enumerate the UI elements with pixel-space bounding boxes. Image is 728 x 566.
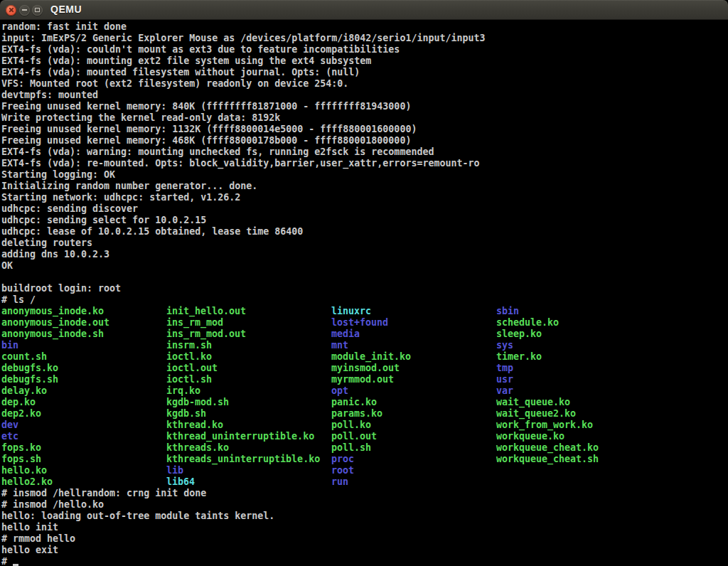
- console-line: deleting routers: [1, 237, 728, 249]
- ls-output-row: count.shioctl.komodule_init.kotimer.ko: [1, 351, 728, 363]
- file-entry: kthread_uninterruptible.ko: [166, 431, 314, 442]
- file-entry: kthread.ko: [166, 420, 223, 431]
- ls-output-row: anonymous_inode.shins_rm_mod.outmediasle…: [1, 329, 728, 340]
- console-line: OK: [1, 260, 728, 272]
- file-entry: irq.ko: [166, 385, 200, 397]
- minimize-button[interactable]: [19, 5, 30, 16]
- file-entry: params.ko: [331, 408, 382, 420]
- ls-output-row: debugfs.shioctl.shmyrmmod.outusr: [1, 374, 728, 385]
- console-line: EXT4-fs (vda): warning: mounting uncheck…: [1, 146, 728, 158]
- file-entry: sleep.ko: [496, 329, 542, 340]
- file-entry: ioctl.sh: [166, 374, 212, 385]
- file-entry: ins_rm_mod.out: [166, 329, 246, 340]
- ls-output-row: etckthread_uninterruptible.kopoll.outwor…: [1, 431, 728, 442]
- file-entry: hello2.ko: [1, 476, 53, 488]
- console-line: adding dns 10.0.2.3: [1, 249, 728, 260]
- console-line: hello init: [1, 522, 728, 533]
- titlebar[interactable]: QEMU: [0, 0, 728, 20]
- directory-entry: opt: [331, 385, 348, 397]
- file-entry: myinsmod.out: [331, 363, 400, 374]
- ls-output-row: debugfs.koioctl.outmyinsmod.outtmp: [1, 363, 728, 374]
- console-line: Freeing unused kernel memory: 840K (ffff…: [1, 101, 728, 112]
- terminal[interactable]: random: fast init doneinput: ImExPS/2 Ge…: [0, 20, 728, 566]
- maximize-button[interactable]: [32, 5, 43, 16]
- file-entry: fops.sh: [1, 454, 41, 465]
- directory-entry: etc: [1, 431, 18, 442]
- file-entry: panic.ko: [331, 397, 377, 408]
- ls-output-row: anonymous_inode.outins_rm_modlost+founds…: [1, 317, 728, 329]
- directory-entry: lost+found: [331, 317, 388, 329]
- file-entry: workqueue_cheat.ko: [496, 442, 599, 454]
- console-line: hello: loading out-of-tree module taints…: [1, 511, 728, 522]
- file-entry: kgdb.sh: [166, 408, 206, 420]
- directory-entry: usr: [496, 374, 513, 385]
- file-entry: myrmmod.out: [331, 374, 394, 385]
- prompt-line: #: [1, 556, 728, 566]
- file-entry: timer.ko: [496, 351, 542, 363]
- file-entry: workqueue_cheat.sh: [496, 454, 599, 465]
- console-line: hello exit: [1, 545, 728, 556]
- console-line: [1, 272, 728, 283]
- ls-output-row: dep2.kokgdb.shparams.kowait_queue2.ko: [1, 408, 728, 420]
- maximize-icon: [35, 8, 40, 12]
- file-entry: ins_rm_mod: [166, 317, 223, 329]
- directory-entry: bin: [1, 340, 18, 351]
- console-line: Freeing unused kernel memory: 468K (ffff…: [1, 135, 728, 146]
- console-line: Write protecting the kernel read-only da…: [1, 112, 728, 124]
- ls-output-row: hello2.kolib64run: [1, 476, 728, 488]
- file-entry: work_from_work.ko: [496, 420, 593, 431]
- console-line: EXT4-fs (vda): couldn't mount as ext3 du…: [1, 44, 728, 55]
- directory-entry: proc: [331, 454, 354, 465]
- ls-output-row: fops.kokthreads.kopoll.shworkqueue_cheat…: [1, 442, 728, 454]
- ls-output-row: devkthread.kopoll.kowork_from_work.ko: [1, 420, 728, 431]
- directory-entry: run: [331, 476, 348, 488]
- file-entry: anonymous_inode.sh: [1, 329, 104, 340]
- window-title: QEMU: [50, 4, 82, 15]
- console-line: udhcpc: lease of 10.0.2.15 obtained, lea…: [1, 226, 728, 237]
- ls-output-row: delay.koirq.kooptvar: [1, 385, 728, 397]
- console-line: EXT4-fs (vda): mounted filesystem withou…: [1, 67, 728, 78]
- directory-entry: lib: [166, 465, 183, 476]
- file-entry: schedule.ko: [496, 317, 559, 329]
- file-entry: insrm.sh: [166, 340, 212, 351]
- ls-output-row: fops.shkthreads_uninterruptible.koprocwo…: [1, 454, 728, 465]
- symlink-entry: lib64: [166, 476, 195, 488]
- console-line: Freeing unused kernel memory: 1132K (fff…: [1, 124, 728, 135]
- console-line: input: ImExPS/2 Generic Explorer Mouse a…: [1, 33, 728, 44]
- file-entry: ioctl.ko: [166, 351, 212, 363]
- file-entry: anonymous_inode.out: [1, 317, 109, 329]
- file-entry: count.sh: [1, 351, 47, 363]
- file-entry: ioctl.out: [166, 363, 218, 374]
- file-entry: module_init.ko: [331, 351, 411, 363]
- directory-entry: sys: [496, 340, 513, 351]
- file-entry: debugfs.sh: [1, 374, 58, 385]
- directory-entry: var: [496, 385, 513, 397]
- file-entry: poll.sh: [331, 442, 371, 454]
- console-line: VFS: Mounted root (ext2 filesystem) read…: [1, 78, 728, 90]
- file-entry: init_hello.out: [166, 306, 246, 317]
- console-line: Starting network: udhcpc: started, v1.26…: [1, 192, 728, 203]
- file-entry: fops.ko: [1, 442, 41, 454]
- file-entry: workqueue.ko: [496, 431, 564, 442]
- console-line: # ls /: [1, 294, 728, 306]
- file-entry: kthreads.ko: [166, 442, 229, 454]
- directory-entry: sbin: [496, 306, 519, 317]
- file-entry: wait_queue2.ko: [496, 408, 576, 420]
- qemu-window: QEMU random: fast init doneinput: ImExPS…: [0, 0, 728, 566]
- file-entry: debugfs.ko: [1, 363, 58, 374]
- close-button[interactable]: [6, 5, 16, 16]
- ls-output-row: bininsrm.shmntsys: [1, 340, 728, 351]
- directory-entry: root: [331, 465, 354, 476]
- file-entry: poll.ko: [331, 420, 371, 431]
- console-line: devtmpfs: mounted: [1, 90, 728, 101]
- console-line: udhcpc: sending select for 10.0.2.15: [1, 215, 728, 226]
- file-entry: kgdb-mod.sh: [166, 397, 229, 408]
- directory-entry: mnt: [331, 340, 348, 351]
- console-line: Initializing random number generator... …: [1, 181, 728, 192]
- directory-entry: tmp: [496, 363, 513, 374]
- console-line: Starting logging: OK: [1, 169, 728, 181]
- minimize-icon: [22, 9, 27, 11]
- file-entry: hello.ko: [1, 465, 47, 476]
- prompt-text: #: [1, 556, 13, 566]
- console-line: # insmod /hello.ko: [1, 499, 728, 511]
